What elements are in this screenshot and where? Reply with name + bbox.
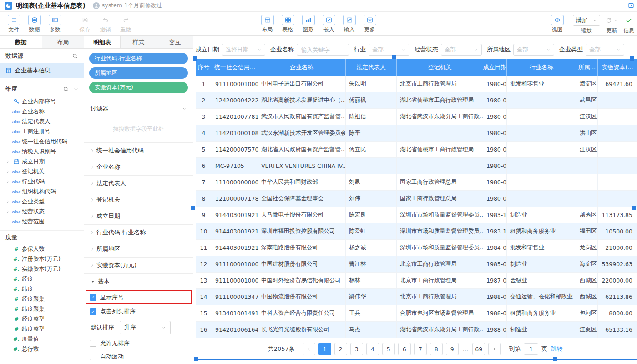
filter-dropzone[interactable]: 拖拽数据字段至此处	[84, 117, 193, 143]
field-setting-row[interactable]: 实缴资本(万元)	[84, 258, 193, 274]
prev-page-button[interactable]	[303, 343, 315, 355]
column-header[interactable]: 企业名称	[258, 59, 346, 76]
resize-handle-bottom-left[interactable]	[194, 357, 198, 361]
measure-item[interactable]: #参保人数	[0, 244, 84, 254]
measure-item[interactable]: #经度整型	[0, 314, 84, 324]
file-button[interactable]: 文件	[4, 15, 24, 34]
dimension-item[interactable]: abc登记机关	[0, 167, 84, 177]
next-page-button[interactable]	[488, 343, 501, 355]
view-button[interactable]: 视图	[547, 15, 567, 35]
input-button[interactable]: 输入	[339, 15, 359, 34]
tab-style[interactable]: 样式	[121, 36, 157, 48]
field-setting-row[interactable]: 登记机关	[84, 192, 193, 208]
show-index-checkbox[interactable]	[90, 294, 96, 301]
tab-data[interactable]: 数据	[0, 36, 42, 48]
page-button[interactable]: 2	[334, 343, 347, 355]
chevron-down-icon[interactable]	[182, 106, 187, 111]
operating-status-filter-select[interactable]: 全部	[441, 44, 482, 56]
info-button[interactable]	[626, 15, 632, 26]
auto-scroll-checkbox[interactable]	[90, 354, 96, 360]
company-name-filter-input[interactable]	[297, 44, 349, 56]
goto-jump-button[interactable]: 跳转	[551, 345, 562, 353]
layout-button[interactable]: 布局	[257, 15, 278, 34]
click-header-sort-checkbox[interactable]	[90, 308, 96, 315]
page-button[interactable]: 6	[398, 343, 411, 355]
field-setting-row[interactable]: 企业名称	[84, 159, 193, 176]
parameter-button[interactable]: X=参数	[45, 15, 65, 34]
dimension-item[interactable]: abc企业名称	[0, 106, 84, 116]
chart-button[interactable]: 图形	[298, 15, 318, 34]
horizontal-scrollbar[interactable]	[196, 359, 637, 360]
allow-no-sort-checkbox[interactable]	[90, 340, 96, 347]
dimension-item[interactable]: abc企业类型	[0, 197, 84, 207]
page-button[interactable]: 5	[382, 343, 395, 355]
update-button[interactable]	[606, 15, 618, 26]
measure-item[interactable]: #.实缴资本(万元)	[0, 264, 84, 274]
resize-handle-top-left[interactable]	[193, 56, 197, 61]
page-button[interactable]: 3	[350, 343, 363, 355]
column-header[interactable]: 实缴资本(...	[598, 59, 637, 76]
click-header-sort-option[interactable]: 点击列头排序	[84, 305, 193, 318]
keyword-input[interactable]	[300, 46, 345, 54]
table-button[interactable]: 表格	[278, 15, 298, 34]
dimension-item[interactable]: 企业内部序号	[0, 96, 84, 106]
page-button[interactable]: 7	[414, 343, 427, 355]
column-header[interactable]: 所属...	[576, 59, 598, 76]
page-button[interactable]: 4	[366, 343, 379, 355]
column-header[interactable]: 序号	[196, 59, 212, 76]
dimension-item[interactable]: 成立日期	[0, 157, 84, 167]
measure-item[interactable]: #.经度	[0, 274, 84, 284]
page-button[interactable]: 8	[430, 343, 443, 355]
field-setting-row[interactable]: 行业代码.行业名称	[84, 225, 193, 241]
region-filter-select[interactable]: 全部	[513, 44, 554, 56]
tab-layout[interactable]: 布局	[42, 36, 84, 48]
more-button[interactable]: 更多	[359, 15, 380, 34]
show-index-option[interactable]: 显示序号	[86, 290, 192, 305]
embed-button[interactable]: 嵌入	[318, 15, 339, 34]
column-header[interactable]: 登记机关	[397, 59, 483, 76]
company-type-filter-select[interactable]: 全部	[586, 44, 624, 56]
dimension-item[interactable]: abc经营状态	[0, 207, 84, 217]
measure-item[interactable]: #.纬度	[0, 284, 84, 294]
page-button[interactable]: 1	[318, 343, 331, 355]
field-setting-row[interactable]: 所属地区	[84, 241, 193, 258]
dimension-item[interactable]: abc统一社会信用代码	[0, 136, 84, 147]
measure-item[interactable]: #经度聚集	[0, 294, 84, 304]
resize-handle-bottom-center[interactable]	[553, 357, 557, 361]
column-header[interactable]: 法定代表人	[346, 59, 397, 76]
measure-item[interactable]: #.总行数	[0, 344, 84, 354]
page-button[interactable]: 69	[472, 343, 485, 355]
chevron-down-icon[interactable]	[74, 87, 78, 91]
dimension-item[interactable]: abc经营范围	[0, 217, 84, 227]
measure-item[interactable]: #.度量值	[0, 334, 84, 344]
datasource-item[interactable]: 企业基本信息	[0, 63, 84, 78]
measure-item[interactable]: #.注册资本(万元)	[0, 254, 84, 264]
allow-no-sort-option[interactable]: 允许无排序	[84, 337, 193, 350]
dimension-item[interactable]: abc组织机构代码	[0, 187, 84, 197]
field-chip[interactable]: 行业代码.行业名称	[89, 53, 188, 64]
founding-date-filter-select[interactable]: 选择日期	[222, 44, 265, 56]
tab-interaction[interactable]: 交互	[157, 36, 193, 48]
page-button[interactable]: 9	[446, 343, 459, 355]
field-setting-row[interactable]: 法定代表人	[84, 176, 193, 192]
basic-section-header[interactable]: 基本	[84, 274, 193, 290]
field-setting-row[interactable]: 统一社会信用代码	[84, 143, 193, 159]
resize-handle-middle-right[interactable]	[632, 206, 636, 210]
field-chip[interactable]: 所属地区	[89, 67, 188, 79]
dimension-item[interactable]: abc行业代码	[0, 177, 84, 187]
data-button[interactable]: 数据	[24, 15, 45, 34]
default-sort-select[interactable]: 升序	[120, 321, 171, 334]
field-setting-row[interactable]: 成立日期	[84, 208, 193, 225]
search-icon[interactable]	[72, 53, 78, 59]
measure-item[interactable]: #纬度整型	[0, 324, 84, 334]
dimension-item[interactable]: abc工商注册号	[0, 126, 84, 136]
field-chip[interactable]: 实缴资本(万元)	[89, 82, 188, 93]
column-header[interactable]: 统一社会信用...	[212, 59, 258, 76]
auto-scroll-option[interactable]: 自动滚动	[84, 350, 193, 364]
zoom-select[interactable]: 满屏	[573, 15, 600, 26]
industry-filter-select[interactable]: 全部	[369, 44, 410, 56]
resize-handle-top-center[interactable]	[392, 55, 396, 59]
dimension-item[interactable]: abc法定代表人	[0, 116, 84, 126]
goto-page-input[interactable]	[524, 343, 538, 355]
resize-handle-middle-left[interactable]	[191, 206, 195, 210]
